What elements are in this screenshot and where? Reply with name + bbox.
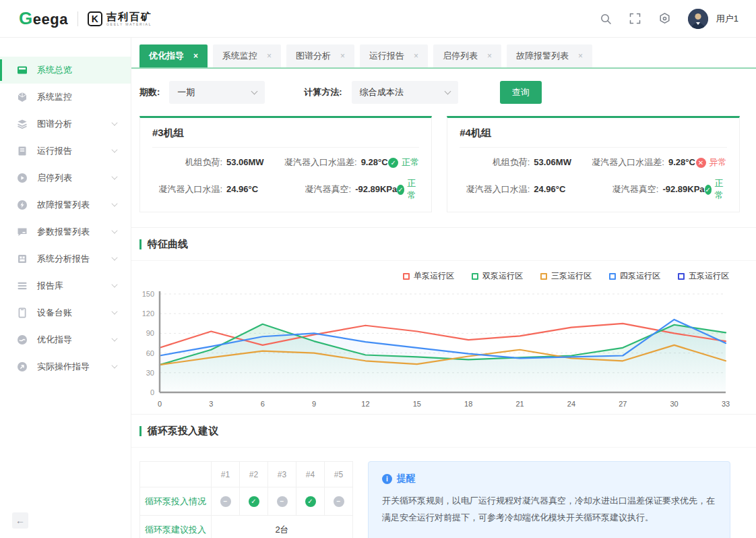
sidebar-item-label: 运行报告: [37, 145, 72, 157]
geega-g-icon: G: [19, 8, 33, 28]
pump-col-header: #3: [268, 462, 296, 487]
sidebar-item-9[interactable]: 报告库: [0, 272, 131, 299]
svg-text:24: 24: [567, 400, 575, 408]
chevron-down-icon: [111, 308, 117, 314]
sidebar-item-label: 系统分析报告: [37, 253, 90, 265]
metric-value: 53.06MW: [534, 157, 571, 167]
fullscreen-icon[interactable]: [629, 12, 642, 26]
tab-4[interactable]: 运行报告×: [360, 44, 428, 67]
pump-bottom-row: #1#2#3#4#5循环泵投入情况−✓−✓−循环泵建议投入2台 i 提醒 开关循…: [139, 461, 730, 538]
check-circle-icon: ✓: [705, 185, 712, 195]
metric-value: 9.28°C: [361, 157, 388, 167]
metric-value: -92.89KPa: [355, 184, 397, 194]
tab-label: 系统监控: [222, 50, 257, 62]
metric-row: 机组负荷:53.06MW 凝汽器入口水温差:9.28°C ✕ 异常: [460, 156, 726, 169]
chevron-down-icon: [111, 254, 117, 260]
cube-icon: [17, 92, 28, 102]
tab-close-icon[interactable]: ×: [414, 51, 418, 61]
status-text: 正常: [408, 177, 420, 202]
user-avatar[interactable]: [688, 9, 708, 29]
metric-value: 9.28°C: [668, 157, 695, 167]
layers-icon: [17, 119, 28, 129]
chart-legend: 单泵运行区双泵运行区三泵运行区四泵运行区五泵运行区: [131, 270, 729, 282]
minus-circle-icon: −: [220, 496, 231, 507]
metric-label: 机组负荷:: [152, 156, 222, 169]
method-select-value: 综合成本法: [360, 86, 404, 98]
logo-group: Geega K 吉利百矿 GEELY MATERIAL: [19, 8, 152, 29]
search-icon[interactable]: [599, 12, 612, 26]
notice-body: 开关循环泵规则，以电厂运行规程对凝汽器真空，冷却水进出口温差保证要求优先，在满足…: [382, 492, 716, 527]
tab-3[interactable]: 图谱分析×: [286, 44, 354, 67]
metric-row: 机组负荷:53.06MW 凝汽器入口水温差:9.28°C ✓ 正常: [152, 156, 419, 169]
tab-2[interactable]: 系统监控×: [213, 44, 281, 67]
list-icon: [17, 280, 28, 291]
section-accent-bar: [139, 426, 141, 436]
sidebar-item-12[interactable]: 实际操作指导: [0, 353, 131, 380]
chevron-down-icon: [111, 173, 117, 179]
tab-label: 图谱分析: [296, 50, 331, 62]
sidebar-item-label: 参数报警列表: [37, 226, 90, 238]
pump-col-header: #4: [296, 462, 325, 487]
sidebar-item-7[interactable]: 参数报警列表: [0, 218, 131, 245]
svg-text:0: 0: [150, 388, 154, 396]
legend-item[interactable]: 四泵运行区: [609, 270, 660, 282]
status-text: 异常: [710, 156, 727, 169]
metric-label: 凝汽器真空:: [572, 183, 658, 196]
tab-close-icon[interactable]: ×: [193, 51, 198, 61]
tab-close-icon[interactable]: ×: [340, 51, 345, 61]
legend-item[interactable]: 三泵运行区: [540, 270, 592, 282]
geega-logo: Geega: [19, 8, 68, 29]
sidebar-item-2[interactable]: 系统监控: [0, 84, 131, 111]
legend-item[interactable]: 五泵运行区: [678, 270, 729, 282]
sidebar-item-1[interactable]: 系统总览: [0, 57, 131, 84]
pump-col-header: #1: [212, 462, 240, 487]
tab-6[interactable]: 故障报警列表×: [507, 44, 592, 67]
query-button[interactable]: 查询: [500, 81, 542, 104]
pump-status-cell: −: [325, 487, 353, 516]
sidebar-item-4[interactable]: 运行报告: [0, 138, 131, 165]
feature-curve-chart: 030609012015003691215182124273033: [131, 283, 756, 414]
unit-card-title: #3机组: [152, 127, 419, 148]
tab-close-icon[interactable]: ×: [267, 51, 272, 61]
tab-label: 故障报警列表: [516, 50, 569, 62]
settings-gear-icon[interactable]: [658, 12, 672, 26]
username-label[interactable]: 用户1: [716, 13, 738, 25]
pump-status-cell: ✓: [296, 487, 325, 516]
unit-card-title: #4机组: [460, 127, 726, 148]
tab-close-icon[interactable]: ×: [578, 51, 583, 61]
tab-1[interactable]: 优化指导×: [139, 44, 208, 67]
svg-text:30: 30: [146, 369, 154, 377]
sidebar-item-3[interactable]: 图谱分析: [0, 111, 131, 138]
check-circle-icon: ✓: [305, 496, 316, 507]
brand-subtitle: GEELY MATERIAL: [106, 23, 152, 26]
sidebar-item-label: 系统监控: [37, 91, 72, 103]
pump-suggest-value: 2台: [212, 516, 353, 538]
metric-label: 机组负荷:: [460, 156, 530, 169]
sidebar-item-label: 故障报警列表: [37, 199, 90, 211]
tab-close-icon[interactable]: ×: [487, 51, 492, 61]
dashboard-icon: [17, 65, 28, 76]
pump-status-table: #1#2#3#4#5循环泵投入情况−✓−✓−循环泵建议投入2台: [139, 461, 353, 538]
sidebar-collapse-button[interactable]: ←: [12, 512, 28, 529]
period-label: 期数:: [139, 86, 160, 98]
sidebar-item-5[interactable]: 启停列表: [0, 165, 131, 191]
brand-name: 吉利百矿: [106, 11, 152, 22]
chevron-down-icon: [111, 146, 117, 152]
sidebar-item-label: 图谱分析: [37, 118, 72, 130]
legend-item[interactable]: 单泵运行区: [403, 270, 454, 282]
metric-label: 凝汽器入口水温差:: [271, 156, 357, 169]
legend-item[interactable]: 双泵运行区: [472, 270, 523, 282]
method-select[interactable]: 综合成本法: [352, 81, 458, 104]
tab-strip: 优化指导×系统监控×图谱分析×运行报告×启停列表×故障报警列表×: [131, 38, 756, 69]
metric-value: 24.96°C: [226, 184, 258, 194]
pump-section-title: 循环泵投入建议: [148, 425, 218, 438]
sidebar-item-6[interactable]: 故障报警列表: [0, 191, 131, 218]
sidebar-item-11[interactable]: 优化指导: [0, 326, 131, 353]
chevron-down-icon: [111, 335, 117, 341]
sidebar-item-10[interactable]: 设备台账: [0, 299, 131, 326]
chevron-down-icon: [111, 200, 117, 206]
tab-5[interactable]: 启停列表×: [433, 44, 501, 67]
period-select[interactable]: 一期: [169, 81, 265, 104]
sidebar-item-8[interactable]: 系统分析报告: [0, 245, 131, 272]
pump-status-cell: ✓: [240, 487, 268, 516]
